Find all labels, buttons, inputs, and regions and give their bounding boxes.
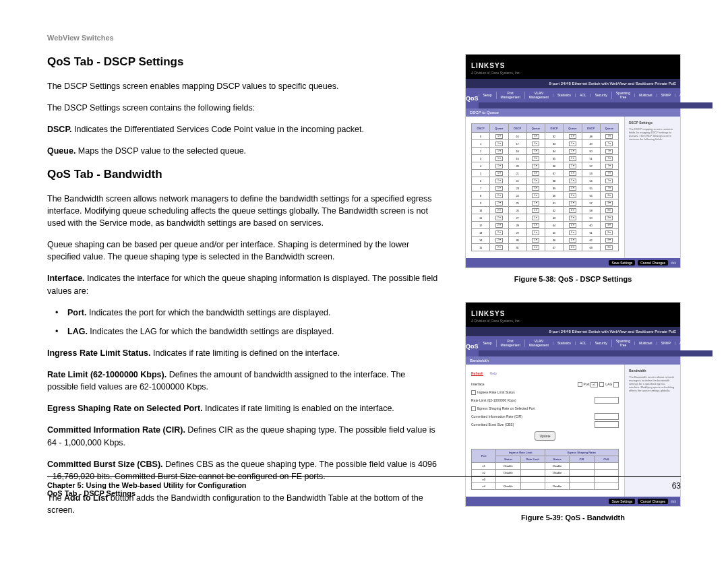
cisco-icon: ılıılı: [671, 499, 676, 503]
product-strip: 8-port 24/48 Ethernet Switch with WebVie…: [466, 79, 680, 88]
nav-row: SetupPort ManagementVLAN ManagementStati…: [479, 336, 712, 350]
subnav-dscp: DSCP to Queue: [466, 108, 680, 117]
section1-p2: The DSCP Settings screen contains the fo…: [47, 102, 438, 114]
cancel-button: Cancel Changes: [638, 260, 668, 266]
bullet-port-text: Indicates the port for which the bandwid…: [86, 308, 330, 317]
lbl-ingress: Ingress Rate Limit Status: [477, 390, 515, 394]
input-rate: [595, 397, 619, 404]
input-cbs: [595, 421, 619, 428]
save-button: Save Settings: [609, 499, 635, 504]
product-strip: 8-port 24/48 Ethernet Switch with WebVie…: [466, 327, 680, 336]
cisco-icon: ılıılı: [671, 261, 676, 265]
radio-lag: [599, 382, 604, 387]
cb-egress: [471, 406, 476, 411]
radio-port: [578, 382, 582, 387]
lbl-cbs: Committed Burst Size (CBS): [471, 421, 514, 428]
page-number: 63: [672, 481, 681, 491]
field-interface: Interface. Indicates the interface for w…: [47, 272, 438, 296]
main-text-column: QoS Tab - DSCP Settings The DSCP Setting…: [47, 54, 438, 540]
sel-port: e1: [590, 382, 597, 387]
bw-form: Interface Port e1 LAG Ingress Rate Limit…: [471, 380, 619, 441]
field-queue-label: Queue.: [47, 146, 75, 156]
bullet-port: Port. Indicates the port for which the b…: [67, 307, 438, 319]
nav-qos: QoS: [466, 336, 479, 356]
lbl-rate: Rate Limit (62-1000000 Kbps): [471, 397, 516, 404]
field-queue: Queue. Maps the DSCP value to the select…: [47, 145, 438, 157]
section2-p1: The Bandwidth screen allows network mana…: [47, 193, 438, 229]
bullet-lag-label: LAG.: [67, 327, 88, 336]
side-body: The DSCP mapping screen contains fields …: [629, 127, 676, 142]
side-body: The Bandwidth screen allows network mana…: [629, 375, 676, 393]
field-rate: Rate Limit (62-1000000 Kbps). Defines th…: [47, 369, 438, 393]
nav-row: SetupPort ManagementVLAN ManagementStati…: [479, 88, 712, 102]
update-button: Update: [535, 431, 555, 441]
logo-subtext: A Division of Cisco Systems, Inc.: [471, 71, 675, 75]
lbl-interface: Interface: [471, 381, 484, 387]
section1-title: QoS Tab - DSCP Settings: [47, 54, 438, 71]
fig2-caption: Figure 5-39: QoS - Bandwidth: [465, 513, 681, 522]
tab-refresh: Refresh: [471, 371, 483, 376]
field-egress-text: Indicates if rate limiting is enabled on…: [203, 404, 394, 413]
field-cbs-label: Committed Burst Size (CBS).: [47, 460, 163, 469]
dscp-table: DSCPQueueDSCPQueueDSCPQueueDSCPQueue01 ▾…: [471, 123, 619, 251]
bullet-port-label: Port.: [67, 308, 86, 317]
field-egress-label: Egress Shaping Rate on Selected Port.: [47, 404, 203, 413]
bw-tabs: Refresh Help: [471, 371, 619, 376]
field-ingress: Ingress Rate Limit Status. Indicates if …: [47, 347, 438, 359]
page-footer: Chapter 5: Using the Web-based Utility f…: [47, 476, 681, 497]
field-ingress-label: Ingress Rate Limit Status.: [47, 348, 151, 358]
footer-chapter: Chapter 5: Using the Web-based Utility f…: [47, 481, 247, 489]
logo-text: LINKSYS: [471, 310, 505, 317]
cb-ingress: [471, 390, 476, 395]
nav-subrow: [479, 102, 712, 108]
field-queue-text: Maps the DSCP value to the selected queu…: [75, 146, 246, 156]
save-button: Save Settings: [609, 260, 635, 266]
field-cir-label: Committed Information Rate (CIR).: [47, 425, 185, 435]
bullet-lag-text: Indicates the LAG for which the bandwidt…: [88, 327, 334, 336]
interface-bullets: Port. Indicates the port for which the b…: [47, 307, 438, 338]
logo-text: LINKSYS: [471, 62, 505, 69]
tab-help: Help: [490, 371, 497, 376]
section2-title: QoS Tab - Bandwidth: [47, 166, 438, 183]
field-dscp-label: DSCP.: [47, 125, 72, 134]
field-interface-text: Indicates the interface for which the qu…: [47, 274, 437, 295]
footer-section: QoS Tab - DSCP Settings: [47, 489, 247, 497]
lbl-lag: LAG: [605, 382, 612, 386]
doc-header: WebView Switches: [47, 34, 681, 42]
bullet-lag: LAG. Indicates the LAG for which the ban…: [67, 325, 438, 338]
field-rate-label: Rate Limit (62-1000000 Kbps).: [47, 370, 166, 379]
field-cir: Committed Information Rate (CIR). Define…: [47, 424, 438, 448]
lbl-port: Port: [584, 382, 590, 386]
nav-qos: QoS: [466, 88, 479, 108]
figure-dscp-screenshot: LINKSYS A Division of Cisco Systems, Inc…: [465, 54, 681, 268]
subnav-bandwidth: Bandwidth: [466, 356, 680, 365]
side-title: Bandwidth: [629, 369, 676, 373]
cancel-button: Cancel Changes: [638, 499, 668, 504]
field-dscp: DSCP. Indicates the Differentiated Servi…: [47, 123, 438, 135]
field-ingress-text: Indicates if rate limiting is defined on…: [151, 348, 340, 358]
field-dscp-text: Indicates the Differentiated Services Co…: [72, 125, 364, 134]
sel-lag: [613, 382, 619, 387]
lbl-egress: Egress Shaping Rate on Selected Port: [477, 406, 535, 410]
fig1-caption: Figure 5-38: QoS - DSCP Settings: [465, 275, 681, 283]
lbl-cir: Committed Information Rate (CIR): [471, 413, 522, 420]
figures-column: LINKSYS A Division of Cisco Systems, Inc…: [465, 54, 681, 540]
field-interface-label: Interface.: [47, 274, 85, 283]
side-title: DSCP Settings: [629, 121, 676, 125]
field-egress: Egress Shaping Rate on Selected Port. In…: [47, 402, 438, 414]
section1-p1: The DSCP Settings screen enables mapping…: [47, 80, 438, 92]
section2-p2: Queue shaping can be based per queue and…: [47, 239, 438, 263]
input-cir: [595, 413, 619, 420]
nav-subrow: [479, 350, 712, 356]
logo-subtext: A Division of Cisco Systems, Inc.: [471, 319, 675, 323]
